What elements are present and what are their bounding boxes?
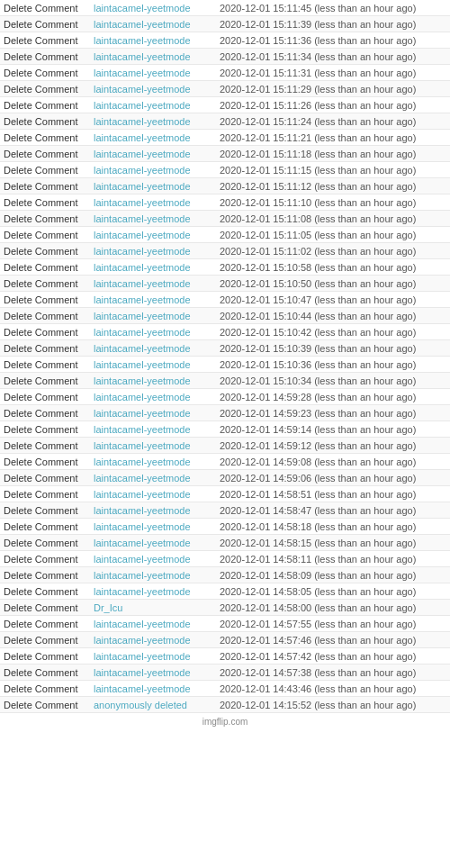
user-link[interactable]: laintacamel-yeetmode — [94, 100, 220, 111]
timestamp: 2020-12-01 15:11:31 (less than an hour a… — [220, 68, 446, 78]
footer-note: imgflip.com — [0, 713, 450, 730]
table-row: Delete Commentlaintacamel-yeetmode2020-1… — [0, 211, 450, 227]
user-link[interactable]: laintacamel-yeetmode — [94, 424, 220, 435]
user-link[interactable]: laintacamel-yeetmode — [94, 294, 220, 305]
action-label: Delete Comment — [4, 311, 94, 321]
user-link[interactable]: laintacamel-yeetmode — [94, 651, 220, 662]
user-link[interactable]: laintacamel-yeetmode — [94, 84, 220, 95]
user-link[interactable]: laintacamel-yeetmode — [94, 197, 220, 208]
action-label: Delete Comment — [4, 602, 94, 613]
user-link[interactable]: laintacamel-yeetmode — [94, 51, 220, 62]
user-link[interactable]: laintacamel-yeetmode — [94, 392, 220, 402]
user-link[interactable]: laintacamel-yeetmode — [94, 149, 220, 159]
user-link[interactable]: laintacamel-yeetmode — [94, 635, 220, 646]
timestamp: 2020-12-01 15:10:36 (less than an hour a… — [220, 359, 446, 370]
timestamp: 2020-12-01 14:58:11 (less than an hour a… — [220, 554, 446, 565]
user-link[interactable]: laintacamel-yeetmode — [94, 3, 220, 14]
table-row: Delete Commentlaintacamel-yeetmode2020-1… — [0, 502, 450, 519]
table-row: Delete Commentlaintacamel-yeetmode2020-1… — [0, 681, 450, 697]
user-link[interactable]: laintacamel-yeetmode — [94, 230, 220, 240]
table-row: Delete Commentlaintacamel-yeetmode2020-1… — [0, 470, 450, 486]
user-link[interactable]: laintacamel-yeetmode — [94, 408, 220, 419]
user-link[interactable]: laintacamel-yeetmode — [94, 375, 220, 386]
user-link[interactable]: laintacamel-yeetmode — [94, 343, 220, 354]
user-link[interactable]: Dr_Icu — [94, 602, 220, 613]
user-link[interactable]: laintacamel-yeetmode — [94, 619, 220, 629]
action-label: Delete Comment — [4, 457, 94, 467]
timestamp: 2020-12-01 15:10:50 (less than an hour a… — [220, 278, 446, 289]
user-link[interactable]: laintacamel-yeetmode — [94, 489, 220, 500]
table-row: Delete Commentlaintacamel-yeetmode2020-1… — [0, 389, 450, 405]
user-link[interactable]: laintacamel-yeetmode — [94, 505, 220, 516]
user-link[interactable]: laintacamel-yeetmode — [94, 440, 220, 451]
user-link[interactable]: laintacamel-yeetmode — [94, 667, 220, 678]
timestamp: 2020-12-01 15:11:45 (less than an hour a… — [220, 3, 446, 14]
user-link[interactable]: laintacamel-yeetmode — [94, 165, 220, 176]
user-link[interactable]: laintacamel-yeetmode — [94, 262, 220, 273]
user-link[interactable]: laintacamel-yeetmode — [94, 278, 220, 289]
table-row: Delete Commentlaintacamel-yeetmode2020-1… — [0, 340, 450, 357]
user-link[interactable]: laintacamel-yeetmode — [94, 586, 220, 597]
table-row: Delete Commentlaintacamel-yeetmode2020-1… — [0, 97, 450, 113]
action-label: Delete Comment — [4, 700, 94, 710]
timestamp: 2020-12-01 14:58:51 (less than an hour a… — [220, 489, 446, 500]
timestamp: 2020-12-01 15:11:34 (less than an hour a… — [220, 51, 446, 62]
action-label: Delete Comment — [4, 327, 94, 338]
user-link[interactable]: laintacamel-yeetmode — [94, 457, 220, 467]
timestamp: 2020-12-01 15:10:44 (less than an hour a… — [220, 311, 446, 321]
user-link[interactable]: laintacamel-yeetmode — [94, 359, 220, 370]
timestamp: 2020-12-01 15:10:34 (less than an hour a… — [220, 375, 446, 386]
user-link[interactable]: laintacamel-yeetmode — [94, 132, 220, 143]
timestamp: 2020-12-01 14:57:55 (less than an hour a… — [220, 619, 446, 629]
timestamp: 2020-12-01 14:58:09 (less than an hour a… — [220, 570, 446, 581]
action-label: Delete Comment — [4, 521, 94, 532]
action-label: Delete Comment — [4, 100, 94, 111]
user-link[interactable]: laintacamel-yeetmode — [94, 19, 220, 30]
table-row: Delete Commentlaintacamel-yeetmode2020-1… — [0, 567, 450, 583]
user-link[interactable]: laintacamel-yeetmode — [94, 554, 220, 565]
timestamp: 2020-12-01 14:15:52 (less than an hour a… — [220, 700, 446, 710]
user-link[interactable]: laintacamel-yeetmode — [94, 116, 220, 127]
action-label: Delete Comment — [4, 619, 94, 629]
table-row: Delete Commentlaintacamel-yeetmode2020-1… — [0, 276, 450, 292]
table-row: Delete Commentlaintacamel-yeetmode2020-1… — [0, 65, 450, 81]
timestamp: 2020-12-01 14:59:23 (less than an hour a… — [220, 408, 446, 419]
user-link[interactable]: laintacamel-yeetmode — [94, 521, 220, 532]
user-link[interactable]: laintacamel-yeetmode — [94, 538, 220, 548]
action-label: Delete Comment — [4, 84, 94, 95]
user-link[interactable]: laintacamel-yeetmode — [94, 683, 220, 694]
user-link[interactable]: laintacamel-yeetmode — [94, 570, 220, 581]
user-link[interactable]: laintacamel-yeetmode — [94, 246, 220, 257]
user-link[interactable]: laintacamel-yeetmode — [94, 473, 220, 484]
timestamp: 2020-12-01 15:11:10 (less than an hour a… — [220, 197, 446, 208]
action-label: Delete Comment — [4, 667, 94, 678]
timestamp: 2020-12-01 15:11:36 (less than an hour a… — [220, 35, 446, 46]
user-link[interactable]: anonymously deleted — [94, 700, 220, 710]
table-row: Delete Commentlaintacamel-yeetmode2020-1… — [0, 308, 450, 324]
timestamp: 2020-12-01 14:58:00 (less than an hour a… — [220, 602, 446, 613]
action-label: Delete Comment — [4, 197, 94, 208]
user-link[interactable]: laintacamel-yeetmode — [94, 213, 220, 224]
user-link[interactable]: laintacamel-yeetmode — [94, 68, 220, 78]
timestamp: 2020-12-01 14:59:28 (less than an hour a… — [220, 392, 446, 402]
table-row: Delete Commentlaintacamel-yeetmode2020-1… — [0, 324, 450, 340]
action-label: Delete Comment — [4, 440, 94, 451]
action-label: Delete Comment — [4, 343, 94, 354]
action-label: Delete Comment — [4, 473, 94, 484]
table-row: Delete Commentlaintacamel-yeetmode2020-1… — [0, 292, 450, 308]
action-label: Delete Comment — [4, 424, 94, 435]
action-label: Delete Comment — [4, 213, 94, 224]
timestamp: 2020-12-01 15:11:18 (less than an hour a… — [220, 149, 446, 159]
table-row: Delete Commentlaintacamel-yeetmode2020-1… — [0, 0, 450, 16]
user-link[interactable]: laintacamel-yeetmode — [94, 311, 220, 321]
action-label: Delete Comment — [4, 230, 94, 240]
table-row: Delete Commentlaintacamel-yeetmode2020-1… — [0, 32, 450, 49]
timestamp: 2020-12-01 15:10:39 (less than an hour a… — [220, 343, 446, 354]
table-row: Delete Commentlaintacamel-yeetmode2020-1… — [0, 486, 450, 502]
table-row: Delete Commentlaintacamel-yeetmode2020-1… — [0, 49, 450, 65]
user-link[interactable]: laintacamel-yeetmode — [94, 327, 220, 338]
timestamp: 2020-12-01 15:11:29 (less than an hour a… — [220, 84, 446, 95]
user-link[interactable]: laintacamel-yeetmode — [94, 181, 220, 192]
action-label: Delete Comment — [4, 408, 94, 419]
user-link[interactable]: laintacamel-yeetmode — [94, 35, 220, 46]
